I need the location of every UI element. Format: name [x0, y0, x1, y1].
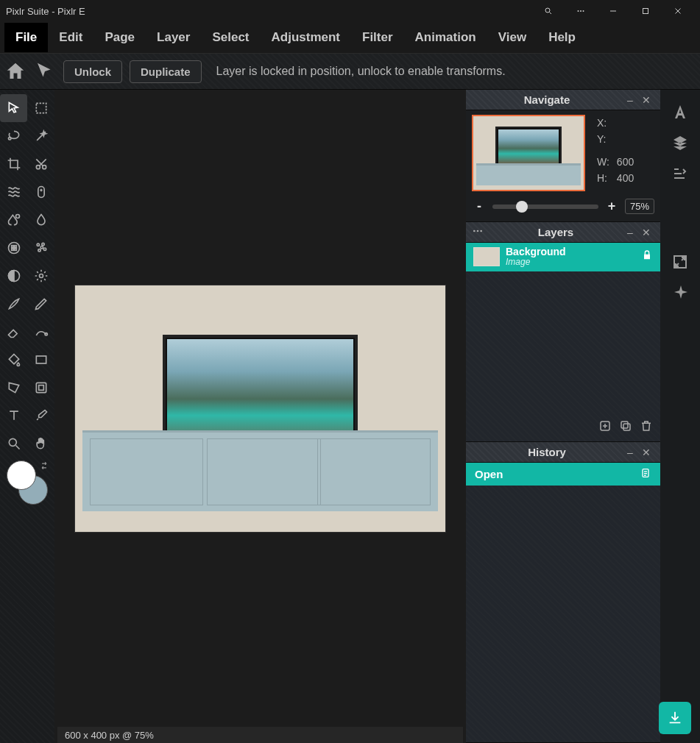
tool-shape-poly[interactable]	[0, 374, 27, 402]
canvas-status: 600 x 400 px @ 75%	[57, 727, 463, 743]
right-panels: Navigate – ✕ X: Y: W:600 H:400	[466, 90, 660, 743]
svg-rect-18	[11, 246, 13, 248]
menu-animation[interactable]: Animation	[404, 23, 487, 52]
menu-file[interactable]: File	[4, 23, 48, 52]
pointer-icon[interactable]	[34, 60, 56, 82]
tool-brush[interactable]	[0, 290, 27, 318]
layer-type: Image	[506, 257, 635, 267]
close-icon[interactable]	[662, 0, 694, 22]
swap-colors-icon[interactable]	[39, 461, 49, 474]
minimize-icon[interactable]	[597, 0, 629, 22]
svg-point-10	[8, 138, 10, 140]
foreground-color-swatch[interactable]	[7, 461, 36, 490]
text-style-icon[interactable]	[671, 103, 689, 121]
tool-marquee[interactable]	[27, 94, 54, 122]
layer-name: Background	[506, 246, 635, 257]
layers-menu-icon[interactable]	[472, 225, 489, 240]
panel-close-icon[interactable]: ✕	[638, 227, 654, 238]
svg-rect-6	[643, 9, 648, 14]
tool-text[interactable]	[0, 402, 27, 430]
history-panel: History – ✕ Open	[466, 442, 660, 743]
duplicate-layer-icon[interactable]	[619, 419, 632, 436]
steps-icon[interactable]	[671, 165, 689, 182]
panel-minimize-icon[interactable]: –	[622, 447, 638, 458]
tool-pixelate[interactable]	[0, 234, 27, 262]
more-icon[interactable]	[565, 0, 597, 22]
tool-gradient-mask[interactable]	[0, 262, 27, 290]
svg-point-4	[583, 10, 584, 12]
menu-layer[interactable]: Layer	[146, 23, 201, 52]
tool-eraser-curve[interactable]	[27, 318, 54, 346]
tool-hand[interactable]	[27, 430, 54, 458]
menu-view[interactable]: View	[487, 23, 537, 52]
panel-close-icon[interactable]: ✕	[638, 447, 654, 458]
tool-blur[interactable]	[27, 206, 54, 234]
search-icon[interactable]	[532, 0, 565, 22]
svg-point-33	[9, 438, 16, 446]
svg-point-0	[545, 8, 550, 13]
panel-minimize-icon[interactable]: –	[622, 227, 638, 238]
zoom-slider[interactable]	[492, 205, 598, 209]
menu-select[interactable]: Select	[201, 23, 260, 52]
layers-icon[interactable]	[671, 134, 689, 152]
canvas-image[interactable]	[75, 285, 445, 532]
navigate-thumbnail[interactable]	[472, 115, 585, 191]
menu-help[interactable]: Help	[537, 23, 587, 52]
tool-gear[interactable]	[27, 262, 54, 290]
tool-frame[interactable]	[27, 374, 54, 402]
menu-filter[interactable]: Filter	[351, 23, 404, 52]
svg-point-24	[43, 248, 46, 250]
toolbox	[0, 90, 54, 743]
tool-liquify[interactable]	[0, 178, 27, 206]
svg-rect-41	[621, 422, 628, 428]
tool-arrow[interactable]	[0, 94, 27, 122]
tool-scatter[interactable]	[27, 234, 54, 262]
tool-pen[interactable]	[27, 290, 54, 318]
add-layer-icon[interactable]	[598, 419, 612, 436]
tool-cut[interactable]	[27, 150, 54, 178]
duplicate-button[interactable]: Duplicate	[130, 60, 202, 83]
svg-point-37	[480, 230, 482, 232]
resize-icon[interactable]	[671, 253, 689, 271]
tool-eyedropper[interactable]	[27, 402, 54, 430]
navigate-title: Navigate	[472, 93, 622, 106]
tool-shape-rect[interactable]	[27, 346, 54, 374]
color-swatches[interactable]	[5, 461, 49, 505]
svg-point-16	[15, 215, 19, 218]
zoom-in-button[interactable]: +	[604, 199, 619, 214]
tool-clone[interactable]	[0, 206, 27, 234]
svg-rect-20	[11, 249, 13, 251]
menu-adjustment[interactable]: Adjustment	[261, 23, 352, 52]
tool-crop[interactable]	[0, 150, 27, 178]
tool-lasso[interactable]	[0, 122, 27, 150]
app-title: Pixlr Suite - Pixlr E	[6, 6, 85, 17]
delete-layer-icon[interactable]	[640, 419, 653, 436]
svg-line-1	[550, 13, 552, 15]
panel-close-icon[interactable]: ✕	[638, 94, 654, 106]
layer-row[interactable]: Background Image	[466, 243, 660, 271]
panel-minimize-icon[interactable]: –	[622, 94, 638, 106]
download-button[interactable]	[659, 702, 691, 734]
maximize-icon[interactable]	[629, 0, 662, 22]
tool-fill[interactable]	[0, 346, 27, 374]
menu-bar: FileEditPageLayerSelectAdjustmentFilterA…	[0, 22, 700, 53]
svg-point-36	[477, 230, 479, 232]
home-icon[interactable]	[4, 60, 26, 82]
unlock-button[interactable]: Unlock	[63, 60, 122, 83]
canvas-area: 600 x 400 px @ 75%	[54, 90, 466, 743]
ai-icon[interactable]	[671, 284, 689, 302]
option-status: Layer is locked in position, unlock to e…	[216, 65, 506, 78]
tool-zoom[interactable]	[0, 430, 27, 458]
canvas-viewport[interactable]	[54, 90, 466, 727]
tool-wand[interactable]	[27, 122, 54, 150]
menu-edit[interactable]: Edit	[48, 23, 93, 52]
tool-heal[interactable]	[27, 178, 54, 206]
zoom-out-button[interactable]: -	[472, 199, 487, 214]
svg-point-28	[39, 274, 43, 278]
lock-icon[interactable]	[641, 249, 653, 264]
title-bar: Pixlr Suite - Pixlr E	[0, 0, 700, 22]
history-item[interactable]: Open	[466, 463, 660, 486]
menu-page[interactable]: Page	[93, 23, 146, 52]
tool-eraser[interactable]	[0, 318, 27, 346]
svg-rect-13	[38, 187, 43, 198]
